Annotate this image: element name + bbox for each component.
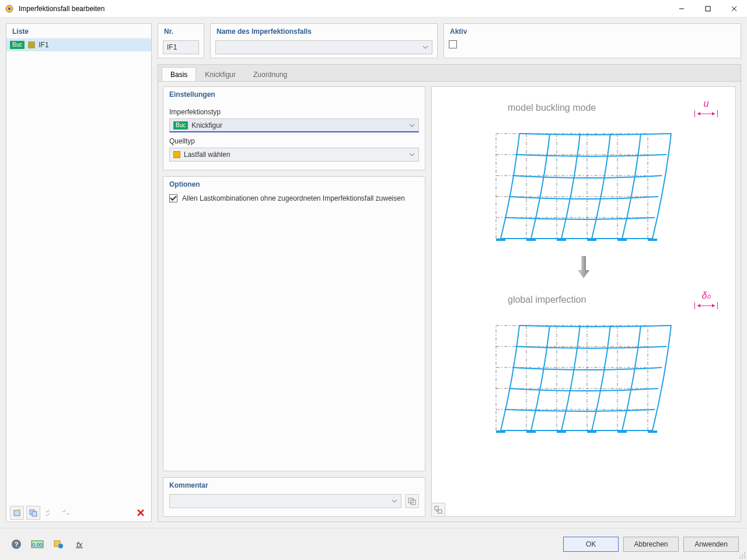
minimize-button[interactable] <box>668 0 694 18</box>
window-title: Imperfektionsfall bearbeiten <box>19 5 104 13</box>
svg-point-1 <box>8 7 11 9</box>
maximize-button[interactable] <box>694 0 721 18</box>
titlebar: Imperfektionsfall bearbeiten <box>0 0 747 18</box>
close-button[interactable] <box>721 0 747 18</box>
app-icon <box>5 4 14 13</box>
svg-rect-3 <box>706 6 710 11</box>
